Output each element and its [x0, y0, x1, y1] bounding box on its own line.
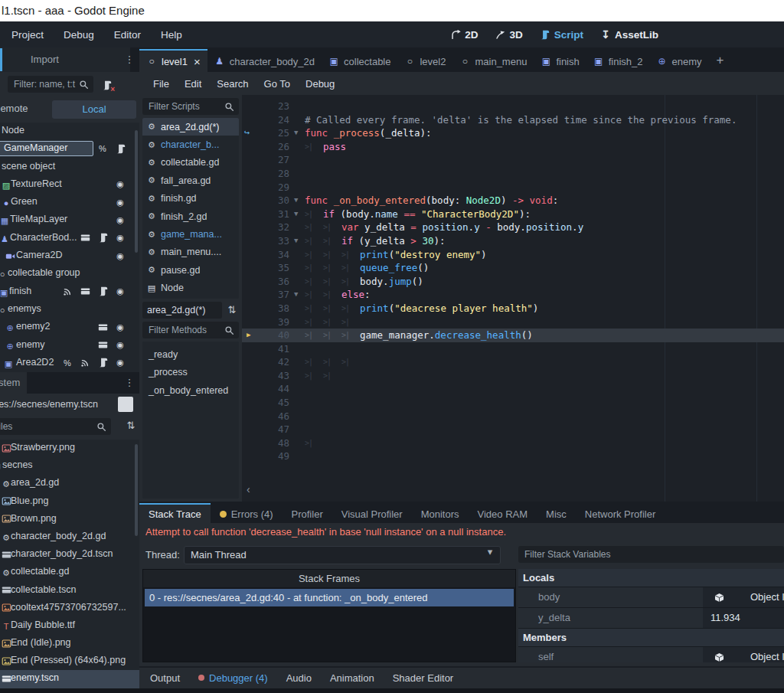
- script-item-main-menu-[interactable]: ⚙main_menu....: [142, 244, 239, 261]
- script-menu-edit[interactable]: Edit: [177, 78, 209, 90]
- bottom-bar-animation[interactable]: Animation: [322, 672, 382, 684]
- bottom-bar-shader-editor[interactable]: Shader Editor: [385, 672, 462, 684]
- debugger-tab-visual-profiler[interactable]: Visual Profiler: [332, 503, 412, 523]
- add-scene-tab-button[interactable]: +: [709, 49, 732, 72]
- code-line-49[interactable]: 49: [242, 449, 784, 463]
- file-row-end-pressed-64x64-png[interactable]: End (Pressed) (64x64).png: [0, 652, 139, 670]
- code-line-39[interactable]: 39>|>|>|: [242, 315, 784, 329]
- collapse-panel-icon[interactable]: ‹: [247, 483, 250, 495]
- filter-scripts-field[interactable]: [147, 100, 224, 113]
- script-menu-file[interactable]: File: [145, 78, 177, 90]
- debugger-tab-monitors[interactable]: Monitors: [412, 503, 469, 523]
- tree-row-enemy2[interactable]: ⊕enemy2◉: [0, 319, 139, 336]
- tree-row-gamemanager[interactable]: GameManager%: [0, 140, 139, 158]
- tree-row-scene-object[interactable]: ▣scene object: [0, 159, 139, 176]
- code-line-44[interactable]: 44: [242, 382, 784, 396]
- workspace-3d-button[interactable]: 3D: [488, 29, 528, 41]
- stack-variables-filter-field[interactable]: [523, 548, 779, 561]
- fold-icon[interactable]: ▼: [294, 208, 298, 221]
- remote-toggle[interactable]: Remote: [0, 103, 28, 114]
- code-line-32[interactable]: 32>|>|var y_delta = position.y - body.po…: [242, 221, 784, 234]
- script-item-game-mana-[interactable]: ⚙game_mana...: [142, 225, 239, 243]
- tree-row-enemys[interactable]: ○enemys: [0, 301, 139, 319]
- workspace-2d-button[interactable]: 2D: [444, 29, 484, 41]
- clear-script-icon[interactable]: ×: [101, 80, 112, 90]
- code-line-40[interactable]: ▶40>|>|>|game_manager.decrease_health(): [242, 329, 784, 342]
- script-item-finish-gd[interactable]: ⚙finish.gd: [142, 190, 239, 208]
- script-item-fall-area-gd[interactable]: ⚙fall_area.gd: [142, 172, 239, 189]
- bottom-bar-audio[interactable]: Audio: [279, 672, 319, 684]
- code-line-27[interactable]: 27: [242, 153, 784, 167]
- code-editor[interactable]: 2324# Called every frame. 'delta' is the…: [242, 95, 784, 502]
- script-menu-search[interactable]: Search: [209, 78, 256, 90]
- scene-tab-finish_2[interactable]: ▣finish_2: [586, 49, 650, 72]
- debugger-tab-stack-trace[interactable]: Stack Trace: [139, 503, 211, 523]
- code-line-26[interactable]: 26>|pass: [242, 140, 784, 154]
- file-row-character-body-2d-gd[interactable]: ⚙character_body_2d.gd: [0, 528, 139, 546]
- code-line-42[interactable]: 42>|>|>|: [242, 355, 784, 369]
- workspace-assetlib-button[interactable]: ↧AssetLib: [594, 29, 665, 41]
- filter-methods-field[interactable]: [147, 324, 224, 336]
- scene-filter-field[interactable]: [12, 78, 78, 90]
- tree-row-area2d2[interactable]: ▣Area2D2%◉: [0, 355, 139, 372]
- close-icon[interactable]: ×: [194, 55, 201, 68]
- bottom-bar-debugger-4-[interactable]: Debugger (4): [191, 672, 276, 684]
- file-row-brown-png[interactable]: Brown.png: [0, 511, 139, 528]
- tree-row-characterbod-[interactable]: ♟CharacterBod...◉: [0, 230, 139, 247]
- tree-row-collectable-group[interactable]: ○collectable group: [0, 265, 139, 283]
- files-filter-input[interactable]: [0, 418, 111, 435]
- file-row-blue-png[interactable]: Blue.png: [0, 493, 139, 511]
- fold-icon[interactable]: ▼: [294, 288, 298, 302]
- debugger-tab-network-profiler[interactable]: Network Profiler: [576, 503, 665, 523]
- focus-current-file-button[interactable]: [118, 397, 133, 412]
- fold-icon[interactable]: ▼: [294, 234, 298, 248]
- method-_process[interactable]: _process: [142, 364, 239, 381]
- file-list-scrollbar[interactable]: [135, 444, 138, 536]
- code-line-45[interactable]: 45: [242, 396, 784, 410]
- code-line-38[interactable]: 38>|>|>|print("deacrese player health"): [242, 302, 784, 315]
- file-row-daily-bubble-ttf[interactable]: TDaily Bubble.ttf: [0, 617, 139, 635]
- tree-row-enemy[interactable]: ⊕enemy◉: [0, 337, 139, 355]
- script-item-character-b-[interactable]: ⚙character_b...: [142, 136, 239, 153]
- sort-icon[interactable]: ⇅: [126, 420, 136, 430]
- stack-variables-filter[interactable]: [518, 546, 784, 563]
- script-menu-go-to[interactable]: Go To: [256, 78, 298, 90]
- script-item-finish-2-gd[interactable]: ⚙finish_2.gd: [142, 208, 239, 225]
- file-row-end-idle-png[interactable]: End (Idle).png: [0, 635, 139, 652]
- var-row-body[interactable]: bodyObject ID: [518, 587, 784, 608]
- file-row-character-body-2d-tscn[interactable]: character_body_2d.tscn: [0, 546, 139, 564]
- code-line-46[interactable]: 46: [242, 410, 784, 423]
- code-line-28[interactable]: 28: [242, 167, 784, 181]
- code-line-25[interactable]: ↪25▼func _process(_delta):: [242, 126, 784, 140]
- var-row-y_delta[interactable]: y_delta11.934: [518, 608, 784, 629]
- stack-frame-row[interactable]: 0 - res://secnes/area_2d.gd:40 - at func…: [145, 589, 514, 606]
- sort-icon[interactable]: ⇅: [227, 304, 237, 315]
- debugger-tab-misc[interactable]: Misc: [537, 503, 576, 523]
- tree-row-camera2d[interactable]: Camera2D◉: [0, 247, 139, 265]
- code-line-35[interactable]: 35>|>|>|queue_free(): [242, 261, 784, 275]
- files-filter-field[interactable]: [0, 420, 96, 433]
- menu-debug[interactable]: Debug: [54, 29, 104, 41]
- tree-row-node[interactable]: ○Node: [0, 123, 139, 140]
- code-line-29[interactable]: 29: [242, 181, 784, 194]
- debugger-tab-video-ram[interactable]: Video RAM: [469, 503, 537, 523]
- method-_on_body_entered[interactable]: _on_body_entered: [142, 382, 239, 400]
- scene-tab-level1[interactable]: ○level1×: [139, 49, 207, 72]
- code-line-33[interactable]: 33▼>|>|if (y_delta > 30):: [242, 234, 784, 248]
- code-line-34[interactable]: 34>|>|>|print("destroy enemy"): [242, 248, 784, 262]
- local-toggle[interactable]: Local: [52, 100, 136, 119]
- file-row-collectable-tscn[interactable]: collectable.tscn: [0, 582, 139, 600]
- thread-dropdown[interactable]: Main Thread ▾: [184, 546, 501, 564]
- file-row-collectable-gd[interactable]: ⚙collectable.gd: [0, 564, 139, 581]
- scene-filter-input[interactable]: [8, 76, 93, 93]
- scene-tab-character_body_2d[interactable]: ♟character_body_2d: [207, 49, 322, 72]
- tree-row-green[interactable]: ●Green◉: [0, 194, 139, 211]
- code-line-36[interactable]: 36>|>|>|body.jump(): [242, 275, 784, 289]
- scene-tab-finish[interactable]: ▣finish: [534, 49, 586, 72]
- file-row-secnes[interactable]: secnes: [0, 457, 139, 475]
- tree-row-texturerect[interactable]: ▨TextureRect◉: [0, 176, 139, 194]
- scene-tab-enemy[interactable]: ⊕enemy: [650, 49, 709, 72]
- scene-tab-collectable[interactable]: ▣collectable: [322, 49, 397, 72]
- script-item-node[interactable]: ▤Node: [142, 279, 239, 297]
- file-row-enemy-tscn[interactable]: enemy.tscn: [0, 670, 139, 688]
